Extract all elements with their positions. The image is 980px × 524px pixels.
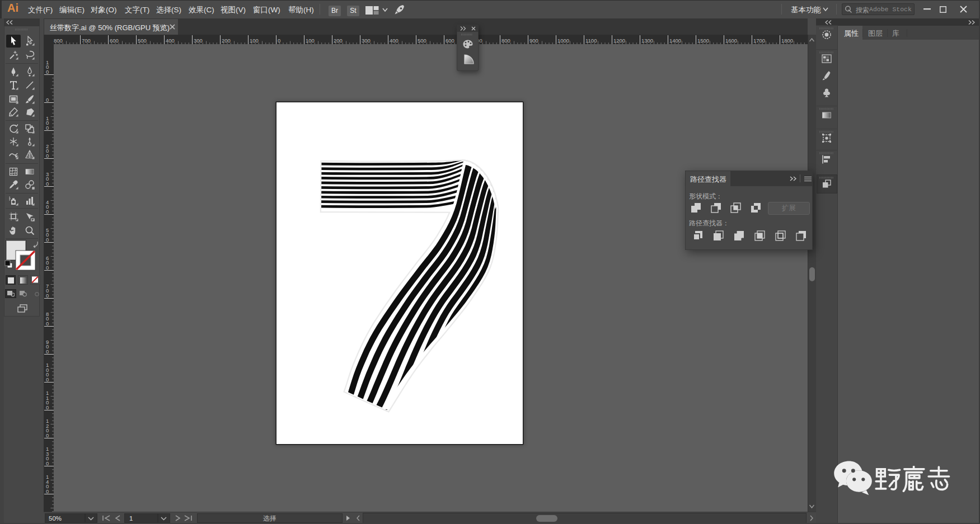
svg-text:0: 0 (46, 69, 49, 75)
svg-text:0: 0 (46, 432, 49, 438)
svg-text:0: 0 (46, 404, 49, 410)
svg-text:100: 100 (306, 37, 315, 44)
svg-text:1400: 1400 (669, 37, 681, 44)
svg-text:0: 0 (46, 320, 49, 327)
svg-text:1600: 1600 (725, 37, 737, 44)
svg-text:800: 800 (54, 37, 63, 44)
svg-text:1500: 1500 (697, 37, 709, 44)
svg-text:0: 0 (46, 181, 49, 187)
svg-text:0: 0 (46, 153, 49, 159)
svg-text:0: 0 (46, 265, 49, 271)
svg-text:1800: 1800 (781, 37, 793, 44)
svg-text:600: 600 (110, 37, 119, 44)
svg-text:0: 0 (46, 460, 49, 466)
svg-text:1700: 1700 (753, 37, 765, 44)
svg-text:500: 500 (138, 37, 147, 44)
svg-text:300: 300 (194, 37, 203, 44)
svg-text:1000: 1000 (557, 37, 569, 44)
svg-text:0: 0 (46, 237, 49, 243)
svg-text:1300: 1300 (641, 37, 653, 44)
svg-text:600: 600 (446, 37, 454, 44)
svg-text:0: 0 (46, 348, 49, 355)
svg-text:0: 0 (46, 209, 49, 215)
svg-text:900: 900 (529, 37, 538, 44)
svg-text:300: 300 (362, 37, 371, 44)
svg-text:0: 0 (46, 488, 49, 494)
svg-text:0: 0 (46, 97, 49, 103)
svg-text:0: 0 (46, 292, 49, 299)
svg-text:0: 0 (278, 37, 280, 44)
svg-text:500: 500 (418, 37, 426, 44)
svg-text:0: 0 (46, 376, 49, 383)
svg-text:0: 0 (46, 125, 49, 131)
svg-text:100: 100 (250, 37, 259, 44)
svg-text:400: 400 (166, 37, 175, 44)
svg-text:200: 200 (334, 37, 343, 44)
svg-text:1200: 1200 (613, 37, 625, 44)
svg-text:400: 400 (390, 37, 398, 44)
svg-text:800: 800 (501, 37, 510, 44)
svg-text:200: 200 (222, 37, 231, 44)
svg-text:700: 700 (82, 37, 91, 44)
